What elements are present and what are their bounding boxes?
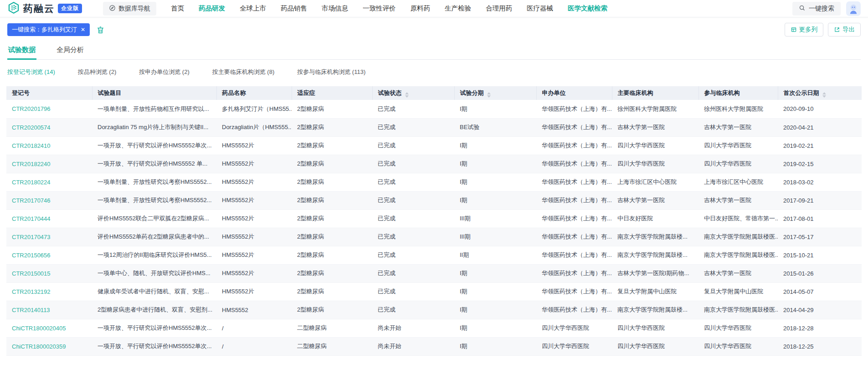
nav-item-7[interactable]: 生产检验 (445, 4, 471, 13)
cell-reg_no: CTR20150656 (6, 246, 92, 264)
nav-item-4[interactable]: 市场信息 (322, 4, 348, 13)
cell-sponsor: 华领医药技术（上海）有... (536, 191, 612, 209)
nav-item-8[interactable]: 合理用药 (486, 4, 512, 13)
cell-title: 一项单剂量、开放性研究以考察HMS5552... (92, 173, 216, 191)
cell-main_org: 四川大学华西医院 (612, 155, 699, 173)
browse-filter-1[interactable]: 按品种浏览 (2) (78, 68, 117, 76)
cell-phase: I期 (454, 301, 536, 319)
tab-bar: 试验数据全局分析 (7, 44, 861, 60)
database-nav-button[interactable]: 数据库导航 (103, 2, 156, 16)
reg-no-link[interactable]: CTR20132192 (12, 288, 51, 295)
cell-title: 一项开放、平行研究以评价HMS5552单次... (92, 136, 216, 155)
tab-1[interactable]: 全局分析 (56, 44, 85, 59)
cell-status: 已完成 (372, 228, 454, 246)
reg-no-link[interactable]: CTR20150015 (12, 270, 51, 277)
cell-sponsor: 华领医药技术（上海）有... (536, 136, 612, 155)
columns-icon (791, 26, 797, 33)
search-icon (799, 5, 806, 13)
cell-indication: 2型糖尿病 (292, 173, 372, 191)
cell-status: 尚未开始 (372, 319, 454, 337)
reg-no-link[interactable]: CTR20200574 (12, 124, 51, 131)
cell-phase: BE试验 (454, 118, 536, 136)
nav-item-2[interactable]: 全球上市 (240, 4, 266, 13)
nav-item-5[interactable]: 一致性评价 (363, 4, 396, 13)
column-label-date: 首次公示日期 (784, 89, 819, 96)
browse-filter-0[interactable]: 按登记号浏览 (14) (7, 68, 55, 76)
table-row: CTR20182410一项开放、平行研究以评价HMS5552单次...HMS55… (6, 136, 862, 155)
cell-sponsor: 华领医药技术（上海）有... (536, 282, 612, 301)
reg-no-link[interactable]: CTR20150656 (12, 252, 51, 259)
cell-main_org: 复旦大学附属中山医院 (612, 282, 699, 301)
cell-phase: III期 (454, 228, 536, 246)
browse-filter-4[interactable]: 按参与临床机构浏览 (113) (297, 68, 365, 76)
more-columns-label: 更多列 (799, 26, 818, 34)
reg-no-link[interactable]: CTR20182240 (12, 161, 51, 167)
cell-date: 2015-10-21 (778, 246, 862, 264)
reg-no-link[interactable]: CTR20182410 (12, 142, 51, 149)
cell-status: 已完成 (372, 100, 454, 118)
cell-part_org: 中日友好医院、常德市第一... (699, 209, 778, 228)
nav-item-6[interactable]: 原料药 (411, 4, 431, 13)
cell-reg_no: CTR20150015 (6, 264, 92, 282)
more-columns-button[interactable]: 更多列 (785, 23, 824, 36)
column-header-date[interactable]: 首次公示日期 (778, 86, 862, 100)
cell-drug: HMS5552片 (216, 209, 292, 228)
cell-sponsor: 华领医药技术（上海）有... (536, 100, 612, 118)
cell-reg_no: CTR20182240 (6, 155, 92, 173)
cell-status: 已完成 (372, 118, 454, 136)
column-header-status[interactable]: 试验状态 (372, 86, 454, 100)
cell-sponsor: 四川大学华西医院 (536, 337, 612, 355)
export-button[interactable]: 导出 (828, 23, 861, 36)
sort-icon-status[interactable] (405, 92, 409, 98)
browse-filter-3[interactable]: 按主要临床机构浏览 (8) (212, 68, 275, 76)
cell-main_org: 上海市徐汇区中心医院 (612, 173, 699, 191)
user-avatar[interactable] (846, 1, 861, 16)
nav-item-3[interactable]: 药品销售 (281, 4, 307, 13)
column-header-part_org: 参与临床机构 (699, 86, 778, 100)
column-header-phase[interactable]: 试验分期 (454, 86, 536, 100)
reg-no-link[interactable]: ChiCTR1800020405 (12, 325, 66, 332)
cell-reg_no: CTR20170473 (6, 228, 92, 246)
cell-main_org: 四川大学华西医院 (612, 136, 699, 155)
column-header-main_org: 主要临床机构 (612, 86, 699, 100)
cell-part_org: 上海市徐汇区中心医院 (699, 173, 778, 191)
cell-indication: 2型糖尿病 (292, 155, 372, 173)
tag-close-icon[interactable]: ✕ (81, 27, 85, 32)
column-label-reg_no: 登记号 (12, 89, 30, 96)
reg-no-link[interactable]: CTR20140113 (12, 307, 50, 313)
top-navbar: 药融云 企业版 数据库导航 首页药品研发全球上市药品销售市场信息一致性评价原料药… (0, 0, 868, 17)
cell-sponsor: 华领医药技术（上海）有... (536, 246, 612, 264)
cell-indication: 2型糖尿病 (292, 228, 372, 246)
cell-sponsor: 华领医药技术（上海）有... (536, 118, 612, 136)
reg-no-link[interactable]: CTR20180224 (12, 179, 51, 186)
reg-no-link[interactable]: CTR20170746 (12, 197, 51, 204)
cell-part_org: 南京大学医学院附属鼓楼医... (699, 301, 778, 319)
nav-item-9[interactable]: 医疗器械 (527, 4, 553, 13)
cell-title: 一项12周治疗的II期临床研究以评价HMS5... (92, 246, 216, 264)
column-label-status: 试验状态 (378, 89, 402, 96)
reg-no-link[interactable]: CTR20170444 (12, 215, 51, 222)
clear-filters-button[interactable] (96, 26, 105, 34)
tab-0[interactable]: 试验数据 (7, 44, 36, 59)
quick-search-button[interactable]: 一键搜索 (792, 2, 841, 16)
sort-icon-phase[interactable] (487, 92, 491, 98)
table-row: ChiCTR1800020359一项开放、平行研究以评价HMS5552单次...… (6, 337, 862, 355)
reg-no-link[interactable]: CTR20170473 (12, 234, 51, 240)
cell-reg_no: CTR20170444 (6, 209, 92, 228)
browse-filter-2[interactable]: 按申办单位浏览 (2) (139, 68, 190, 76)
brand[interactable]: 药融云 企业版 (7, 1, 82, 16)
trial-table: 登记号试验题目药品名称适应症试验状态试验分期申办单位主要临床机构参与临床机构首次… (6, 86, 862, 356)
export-label: 导出 (842, 26, 855, 34)
brand-name: 药融云 (23, 2, 55, 15)
cell-title: 2型糖尿病患者中进行随机、双盲、安慰剂... (92, 301, 216, 319)
sort-icon-date[interactable] (822, 92, 826, 98)
search-filter-tag-label: 一键搜索：多扎格列艾汀 (12, 26, 77, 34)
nav-item-10[interactable]: 医学文献检索 (568, 4, 607, 13)
cell-title: 评价HMS5552联合二甲双胍在2型糖尿病... (92, 209, 216, 228)
column-label-sponsor: 申办单位 (542, 89, 566, 96)
cell-reg_no: CTR20200574 (6, 118, 92, 136)
nav-item-1[interactable]: 药品研发 (199, 4, 225, 13)
nav-item-0[interactable]: 首页 (171, 4, 184, 13)
reg-no-link[interactable]: ChiCTR1800020359 (12, 343, 66, 350)
reg-no-link[interactable]: CTR20201796 (12, 105, 51, 112)
